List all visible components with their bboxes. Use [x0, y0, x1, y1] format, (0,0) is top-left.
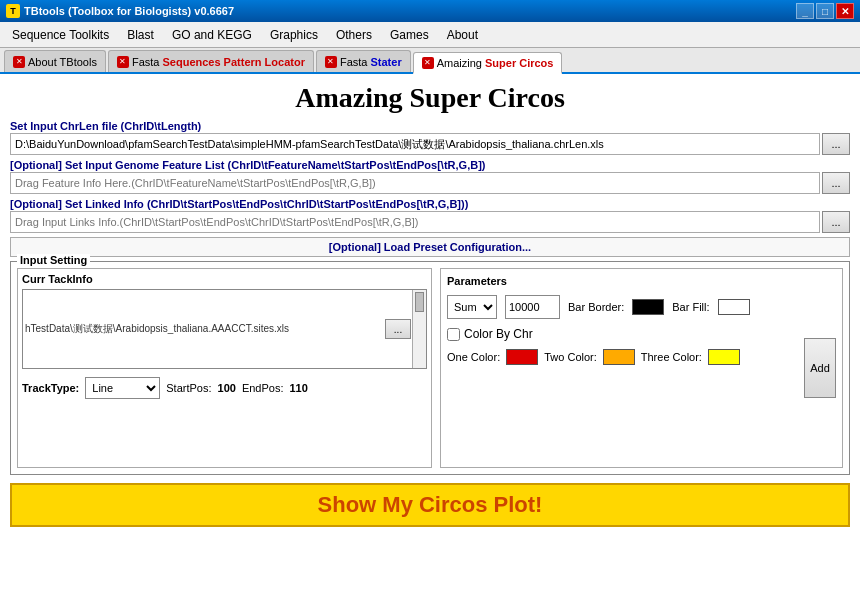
menu-about[interactable]: About — [439, 25, 486, 45]
parameters-label: Parameters — [447, 275, 836, 287]
tab-fasta-pattern[interactable]: ✕ Fasta Sequences Pattern Locator — [108, 50, 314, 72]
tab-fasta-pattern-highlight: Sequences Pattern Locator — [162, 56, 304, 68]
bar-border-label: Bar Border: — [568, 301, 624, 313]
linked-info-label: [Optional] Set Linked Info (ChrID\tStart… — [10, 198, 850, 210]
genome-feature-input[interactable] — [10, 172, 820, 194]
tab-super-circos[interactable]: ✕ Amaizing Super Circos — [413, 52, 563, 74]
chrlen-label: Set Input ChrLen file (ChrID\tLength) — [10, 120, 850, 132]
menu-sequence-toolkits[interactable]: Sequence Toolkits — [4, 25, 117, 45]
menu-bar: Sequence Toolkits Blast GO and KEGG Grap… — [0, 22, 860, 48]
end-pos-value: 110 — [289, 382, 307, 394]
curr-track-label: Curr TackInfo — [22, 273, 427, 285]
linked-info-section: [Optional] Set Linked Info (ChrID\tStart… — [10, 198, 850, 233]
track-list: hTestData\测试数据\Arabidopsis_thaliana.AAAC… — [22, 289, 427, 369]
tab-close-fasta-stater[interactable]: ✕ — [325, 56, 337, 68]
chrlen-input-row: ... — [10, 133, 850, 155]
color-by-chr-checkbox[interactable] — [447, 328, 460, 341]
input-setting-label: Input Setting — [17, 254, 90, 266]
linked-info-input[interactable] — [10, 211, 820, 233]
tab-super-circos-highlight: Super Circos — [485, 57, 553, 69]
one-color-box[interactable] — [506, 349, 538, 365]
tab-about-label: About TBtools — [28, 56, 97, 68]
track-browse-button[interactable]: ... — [385, 319, 411, 339]
tab-super-circos-label: Amaizing Super Circos — [437, 57, 554, 69]
title-bar: T TBtools (Toolbox for Biologists) v0.66… — [0, 0, 860, 22]
tab-bar: ✕ About TBtools ✕ Fasta Sequences Patter… — [0, 48, 860, 74]
main-content: Amazing Super Circos Set Input ChrLen fi… — [0, 74, 860, 600]
page-title: Amazing Super Circos — [10, 82, 850, 114]
end-pos-label: EndPos: — [242, 382, 284, 394]
tab-fasta-stater-label: Fasta Stater — [340, 56, 402, 68]
preset-bar[interactable]: [Optional] Load Preset Configuration... — [10, 237, 850, 257]
bar-fill-color-box[interactable] — [718, 299, 750, 315]
start-pos-value: 100 — [218, 382, 236, 394]
bar-border-color-box[interactable] — [632, 299, 664, 315]
tab-close-super-circos[interactable]: ✕ — [422, 57, 434, 69]
color-by-chr-row: Color By Chr — [447, 327, 836, 341]
maximize-button[interactable]: □ — [816, 3, 834, 19]
menu-blast[interactable]: Blast — [119, 25, 162, 45]
chrlen-browse-button[interactable]: ... — [822, 133, 850, 155]
track-list-text: hTestData\测试数据\Arabidopsis_thaliana.AAAC… — [25, 323, 289, 334]
genome-feature-section: [Optional] Set Input Genome Feature List… — [10, 159, 850, 194]
three-color-box[interactable] — [708, 349, 740, 365]
track-type-label: TrackType: — [22, 382, 79, 394]
chrlen-section: Set Input ChrLen file (ChrID\tLength) ..… — [10, 120, 850, 155]
close-button[interactable]: ✕ — [836, 3, 854, 19]
start-pos-label: StartPos: — [166, 382, 211, 394]
app-title: TBtools (Toolbox for Biologists) v0.6667 — [24, 5, 234, 17]
track-type-select[interactable]: Line Bar Area Scatter — [85, 377, 160, 399]
linked-info-browse-button[interactable]: ... — [822, 211, 850, 233]
add-button[interactable]: Add — [804, 338, 836, 398]
color-options-row: One Color: Two Color: Three Color: — [447, 349, 836, 365]
input-setting: Input Setting Curr TackInfo hTestData\测试… — [10, 261, 850, 475]
chrlen-input[interactable] — [10, 133, 820, 155]
color-by-chr-label: Color By Chr — [464, 327, 533, 341]
tab-close-fasta-pattern[interactable]: ✕ — [117, 56, 129, 68]
left-panel: Curr TackInfo hTestData\测试数据\Arabidopsis… — [17, 268, 432, 468]
two-color-box[interactable] — [603, 349, 635, 365]
sum-value-input[interactable] — [505, 295, 560, 319]
genome-feature-label: [Optional] Set Input Genome Feature List… — [10, 159, 850, 171]
tab-close-about[interactable]: ✕ — [13, 56, 25, 68]
tab-fasta-pattern-label: Fasta Sequences Pattern Locator — [132, 56, 305, 68]
sum-row: Sum Avg Max Min Bar Border: Bar Fill: — [447, 295, 836, 319]
show-circos-button[interactable]: Show My Circos Plot! — [10, 483, 850, 527]
menu-others[interactable]: Others — [328, 25, 380, 45]
menu-graphics[interactable]: Graphics — [262, 25, 326, 45]
track-scrollbar[interactable] — [412, 290, 426, 368]
sum-type-select[interactable]: Sum Avg Max Min — [447, 295, 497, 319]
genome-feature-browse-button[interactable]: ... — [822, 172, 850, 194]
tab-about[interactable]: ✕ About TBtools — [4, 50, 106, 72]
minimize-button[interactable]: _ — [796, 3, 814, 19]
two-columns: Curr TackInfo hTestData\测试数据\Arabidopsis… — [17, 268, 843, 468]
two-color-label: Two Color: — [544, 351, 597, 363]
right-panel: Parameters Sum Avg Max Min Bar Border: B… — [440, 268, 843, 468]
menu-games[interactable]: Games — [382, 25, 437, 45]
genome-feature-input-row: ... — [10, 172, 850, 194]
bar-fill-label: Bar Fill: — [672, 301, 709, 313]
three-color-label: Three Color: — [641, 351, 702, 363]
tab-fasta-stater-highlight: Stater — [371, 56, 402, 68]
linked-info-input-row: ... — [10, 211, 850, 233]
tab-fasta-stater[interactable]: ✕ Fasta Stater — [316, 50, 411, 72]
app-icon: T — [6, 4, 20, 18]
one-color-label: One Color: — [447, 351, 500, 363]
menu-go-kegg[interactable]: GO and KEGG — [164, 25, 260, 45]
track-type-row: TrackType: Line Bar Area Scatter StartPo… — [22, 377, 427, 399]
window-controls[interactable]: _ □ ✕ — [796, 3, 854, 19]
